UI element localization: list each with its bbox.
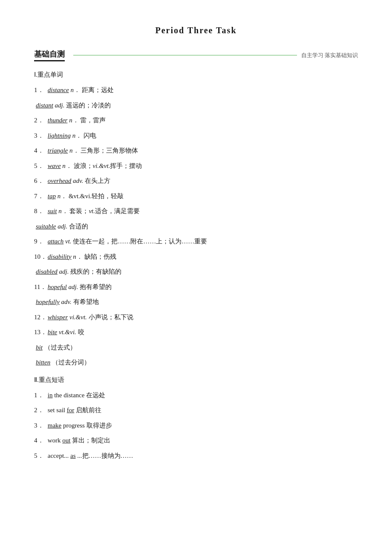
- section-header-line: [73, 55, 297, 55]
- vocab-pos: n．: [69, 117, 79, 124]
- vocab-num: 13．: [34, 327, 46, 338]
- list-item: 7． tap n． &vt.&vi.轻拍，轻敲: [34, 191, 358, 202]
- phrase-text: 算出；制定出: [72, 437, 110, 444]
- list-item: 3． lightning n． 闪电: [34, 130, 358, 142]
- vocab-definition: 残疾的；有缺陷的: [70, 268, 121, 275]
- section-header-subtitle: 自主学习 落实基础知识: [301, 52, 358, 59]
- vocab-pos: n．: [71, 87, 81, 93]
- list-item: 2． set sail for 启航前往: [34, 405, 358, 416]
- vocab-word: attach: [48, 238, 64, 245]
- vocab-word: hopeful: [48, 283, 67, 290]
- vocab-pos: n．: [58, 208, 68, 214]
- vocab-num: 4．: [34, 145, 46, 156]
- vocab-definition: 抱有希望的: [80, 283, 112, 290]
- vocab-definition: 波浪；vi.&vt.挥手；摆动: [74, 162, 142, 169]
- list-item: 13． bite vt.&vi. 咬: [34, 327, 358, 338]
- vocab-num: 6．: [34, 176, 46, 187]
- phrase-text: set sail: [48, 407, 67, 413]
- section-header: 基础自测 自主学习 落实基础知识: [34, 49, 358, 61]
- vocab-definition: 缺陷；伤残: [84, 253, 116, 260]
- vocab-definition: 有希望地: [73, 298, 99, 305]
- list-item: 9． attach vt. 使连在一起，把……附在……上；认为……重要: [34, 236, 358, 247]
- phrase-num: 2．: [34, 405, 46, 416]
- vocab-word: bite: [48, 329, 58, 335]
- list-item: 3． make progress 取得进步: [34, 420, 358, 431]
- phrase-text: progress 取得进步: [63, 422, 112, 429]
- vocab-num: 7．: [34, 191, 46, 202]
- list-item: 8． suit n． 套装；vt.适合，满足需要: [34, 206, 358, 217]
- vocab-definition: 咬: [78, 329, 84, 335]
- vocab-pos: adj.: [59, 268, 69, 275]
- list-item: 1． distance n． 距离；远处: [34, 85, 358, 96]
- vocab-word: suitable: [36, 223, 56, 230]
- list-item: 11． hopeful adj. 抱有希望的: [34, 282, 358, 293]
- vocab-list: 1． distance n． 距离；远处 distant adj. 遥远的；冷淡…: [34, 85, 358, 368]
- phrase-text: ...把……接纳为……: [77, 452, 133, 459]
- vocab-pos: adv.: [73, 177, 83, 184]
- phrase-text: accept...: [48, 452, 69, 459]
- phrase-list: 1． in the distance 在远处 2． set sail for 启…: [34, 390, 358, 462]
- list-item: bitten （过去分词）: [36, 357, 358, 368]
- vocab-pos: n．: [72, 132, 82, 139]
- list-item: 6． overhead adv. 在头上方: [34, 176, 358, 187]
- vocab-word: bitten: [36, 359, 50, 366]
- vocab-word: hopefully: [36, 298, 60, 305]
- list-item: distant adj. 遥远的；冷淡的: [36, 100, 358, 111]
- phrase-text: work: [48, 437, 63, 444]
- vocab-definition: 闪电: [84, 132, 96, 139]
- vocab-definition: 遥远的；冷淡的: [66, 102, 111, 109]
- vocab-definition: 距离；远处: [82, 87, 114, 93]
- vocab-definition: 套装；vt.适合，满足需要: [69, 208, 140, 214]
- vocab-pos: n．: [73, 253, 83, 260]
- vocab-word: suit: [48, 208, 57, 214]
- vocab-num: 12．: [34, 312, 46, 323]
- phrase-text: the distance 在远处: [54, 392, 105, 399]
- phrase-keyword: as: [70, 452, 76, 459]
- vocab-definition: &vt.&vi.轻拍，轻敲: [69, 193, 124, 199]
- phrase-keyword: make: [48, 422, 61, 429]
- vocab-pos: adv.: [61, 298, 72, 305]
- vocab-definition: （过去分词）: [52, 359, 90, 366]
- vocab-word: whisper: [48, 314, 68, 321]
- vocab-pos: adj.: [55, 102, 65, 109]
- vocab-pos: vi.&vt.: [69, 314, 87, 321]
- list-item: 12． whisper vi.&vt. 小声说；私下说: [34, 312, 358, 323]
- vocab-pos: adj.: [58, 223, 67, 230]
- list-item: bit （过去式）: [36, 342, 358, 353]
- phrase-keyword: for: [67, 407, 75, 413]
- phrase-num: 3．: [34, 420, 46, 431]
- page-title: Period Three Task: [34, 26, 358, 35]
- list-item: disabled adj. 残疾的；有缺陷的: [36, 266, 358, 278]
- vocab-definition: 三角形；三角形物体: [81, 147, 138, 154]
- vocab-num: 11．: [34, 282, 46, 293]
- section-header-title: 基础自测: [34, 49, 65, 61]
- vocab-pos: vt.&vi.: [59, 329, 76, 335]
- list-item: 4． work out 算出；制定出: [34, 435, 358, 446]
- vocab-definition: 合适的: [69, 223, 88, 230]
- vocab-word: distance: [48, 87, 69, 93]
- subsection1-title: Ⅰ.重点单词: [34, 71, 358, 79]
- phrase-keyword: out: [62, 437, 70, 444]
- vocab-pos: n．: [69, 147, 79, 154]
- vocab-num: 2．: [34, 115, 46, 126]
- list-item: 4． triangle n． 三角形；三角形物体: [34, 145, 358, 156]
- vocab-word: tap: [48, 193, 56, 199]
- vocab-word: lightning: [48, 132, 71, 139]
- list-item: 2． thunder n． 雷，雷声: [34, 115, 358, 126]
- vocab-definition: 雷，雷声: [80, 117, 106, 124]
- vocab-word: bit: [36, 344, 43, 351]
- vocab-num: 9．: [34, 236, 46, 247]
- vocab-definition: （过去式）: [44, 344, 76, 351]
- vocab-num: 1．: [34, 85, 46, 96]
- vocab-word: distant: [36, 102, 53, 109]
- vocab-pos: n．: [58, 193, 67, 199]
- list-item: 10． disability n． 缺陷；伤残: [34, 251, 358, 263]
- vocab-definition: 小声说；私下说: [89, 314, 133, 321]
- vocab-word: disability: [48, 253, 72, 260]
- phrase-num: 1．: [34, 390, 46, 401]
- list-item: hopefully adv. 有希望地: [36, 297, 358, 308]
- vocab-word: triangle: [48, 147, 68, 154]
- subsection2-title: Ⅱ.重点短语: [34, 376, 358, 384]
- vocab-pos: adj.: [69, 283, 78, 290]
- list-item: 1． in the distance 在远处: [34, 390, 358, 401]
